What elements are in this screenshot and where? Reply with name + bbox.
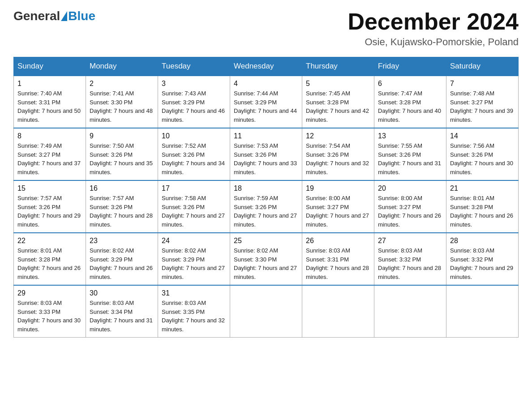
- calendar-cell: 2 Sunrise: 7:41 AMSunset: 3:30 PMDayligh…: [86, 76, 158, 128]
- col-header-sunday: Sunday: [14, 57, 86, 76]
- day-number: 9: [90, 132, 154, 140]
- day-number: 22: [17, 237, 82, 245]
- calendar-cell: 21 Sunrise: 8:01 AMSunset: 3:28 PMDaylig…: [446, 180, 519, 233]
- day-info: Sunrise: 7:54 AMSunset: 3:26 PMDaylight:…: [306, 142, 369, 176]
- day-info: Sunrise: 7:47 AMSunset: 3:28 PMDaylight:…: [378, 90, 441, 123]
- calendar-cell: 26 Sunrise: 8:03 AMSunset: 3:31 PMDaylig…: [302, 233, 374, 285]
- day-info: Sunrise: 7:58 AMSunset: 3:26 PMDaylight:…: [162, 195, 225, 228]
- calendar-cell: 16 Sunrise: 7:57 AMSunset: 3:26 PMDaylig…: [86, 180, 158, 233]
- calendar-cell: 7 Sunrise: 7:48 AMSunset: 3:27 PMDayligh…: [446, 76, 519, 128]
- logo-blue-text: Blue: [68, 9, 95, 23]
- day-info: Sunrise: 7:55 AMSunset: 3:26 PMDaylight:…: [378, 142, 441, 176]
- col-header-thursday: Thursday: [302, 57, 374, 76]
- day-info: Sunrise: 8:00 AMSunset: 3:27 PMDaylight:…: [306, 195, 369, 228]
- calendar-cell: [446, 285, 519, 338]
- calendar-table: Sunday Monday Tuesday Wednesday Thursday…: [13, 57, 519, 338]
- day-info: Sunrise: 7:56 AMSunset: 3:26 PMDaylight:…: [450, 142, 513, 176]
- day-number: 29: [17, 289, 82, 297]
- location-subtitle: Osie, Kujawsko-Pomorskie, Poland: [348, 36, 519, 48]
- day-number: 14: [450, 132, 515, 140]
- col-header-monday: Monday: [86, 57, 158, 76]
- calendar-cell: 14 Sunrise: 7:56 AMSunset: 3:26 PMDaylig…: [446, 128, 519, 180]
- day-info: Sunrise: 8:00 AMSunset: 3:27 PMDaylight:…: [378, 195, 441, 228]
- day-number: 25: [234, 237, 298, 245]
- day-info: Sunrise: 8:03 AMSunset: 3:35 PMDaylight:…: [162, 300, 225, 333]
- day-number: 1: [17, 80, 82, 88]
- day-number: 28: [450, 237, 515, 245]
- day-info: Sunrise: 8:02 AMSunset: 3:30 PMDaylight:…: [234, 247, 297, 280]
- calendar-cell: 3 Sunrise: 7:43 AMSunset: 3:29 PMDayligh…: [158, 76, 230, 128]
- calendar-cell: 28 Sunrise: 8:03 AMSunset: 3:32 PMDaylig…: [446, 233, 519, 285]
- calendar-week-1: 1 Sunrise: 7:40 AMSunset: 3:31 PMDayligh…: [14, 76, 519, 128]
- calendar-cell: 25 Sunrise: 8:02 AMSunset: 3:30 PMDaylig…: [230, 233, 302, 285]
- day-number: 15: [17, 184, 82, 193]
- day-info: Sunrise: 8:03 AMSunset: 3:31 PMDaylight:…: [306, 247, 369, 280]
- day-number: 13: [378, 132, 442, 140]
- day-info: Sunrise: 8:02 AMSunset: 3:29 PMDaylight:…: [90, 247, 153, 280]
- col-header-saturday: Saturday: [446, 57, 519, 76]
- calendar-cell: 27 Sunrise: 8:03 AMSunset: 3:32 PMDaylig…: [374, 233, 446, 285]
- day-info: Sunrise: 7:59 AMSunset: 3:26 PMDaylight:…: [234, 195, 297, 228]
- day-info: Sunrise: 8:02 AMSunset: 3:29 PMDaylight:…: [162, 247, 225, 280]
- title-section: December 2024 Osie, Kujawsko-Pomorskie, …: [348, 9, 519, 48]
- day-number: 12: [306, 132, 370, 140]
- calendar-cell: 20 Sunrise: 8:00 AMSunset: 3:27 PMDaylig…: [374, 180, 446, 233]
- logo: General Blue: [13, 9, 95, 23]
- day-number: 3: [162, 80, 226, 88]
- day-number: 10: [162, 132, 226, 140]
- calendar-cell: 6 Sunrise: 7:47 AMSunset: 3:28 PMDayligh…: [374, 76, 446, 128]
- day-info: Sunrise: 8:03 AMSunset: 3:32 PMDaylight:…: [378, 247, 441, 280]
- calendar-week-2: 8 Sunrise: 7:49 AMSunset: 3:27 PMDayligh…: [14, 128, 519, 180]
- calendar-cell: 10 Sunrise: 7:52 AMSunset: 3:26 PMDaylig…: [158, 128, 230, 180]
- calendar-cell: 9 Sunrise: 7:50 AMSunset: 3:26 PMDayligh…: [86, 128, 158, 180]
- day-number: 27: [378, 237, 442, 245]
- day-info: Sunrise: 7:50 AMSunset: 3:26 PMDaylight:…: [90, 142, 153, 176]
- day-info: Sunrise: 7:49 AMSunset: 3:27 PMDaylight:…: [17, 142, 81, 176]
- logo-triangle-icon: [61, 11, 67, 21]
- day-info: Sunrise: 7:43 AMSunset: 3:29 PMDaylight:…: [162, 90, 225, 123]
- calendar-cell: 22 Sunrise: 8:01 AMSunset: 3:28 PMDaylig…: [14, 233, 86, 285]
- month-year-title: December 2024: [348, 9, 519, 34]
- day-number: 30: [90, 289, 154, 297]
- col-header-friday: Friday: [374, 57, 446, 76]
- day-number: 5: [306, 80, 370, 88]
- calendar-cell: 1 Sunrise: 7:40 AMSunset: 3:31 PMDayligh…: [14, 76, 86, 128]
- calendar-cell: 30 Sunrise: 8:03 AMSunset: 3:34 PMDaylig…: [86, 285, 158, 338]
- calendar-cell: 12 Sunrise: 7:54 AMSunset: 3:26 PMDaylig…: [302, 128, 374, 180]
- day-number: 31: [162, 289, 226, 297]
- calendar-cell: 8 Sunrise: 7:49 AMSunset: 3:27 PMDayligh…: [14, 128, 86, 180]
- calendar-cell: 18 Sunrise: 7:59 AMSunset: 3:26 PMDaylig…: [230, 180, 302, 233]
- calendar-cell: [374, 285, 446, 338]
- calendar-cell: 5 Sunrise: 7:45 AMSunset: 3:28 PMDayligh…: [302, 76, 374, 128]
- day-info: Sunrise: 8:01 AMSunset: 3:28 PMDaylight:…: [450, 195, 513, 228]
- day-number: 11: [234, 132, 298, 140]
- day-number: 6: [378, 80, 442, 88]
- calendar-cell: 29 Sunrise: 8:03 AMSunset: 3:33 PMDaylig…: [14, 285, 86, 338]
- day-info: Sunrise: 7:53 AMSunset: 3:26 PMDaylight:…: [234, 142, 297, 176]
- day-info: Sunrise: 8:01 AMSunset: 3:28 PMDaylight:…: [17, 247, 81, 280]
- calendar-week-3: 15 Sunrise: 7:57 AMSunset: 3:26 PMDaylig…: [14, 180, 519, 233]
- calendar-cell: 19 Sunrise: 8:00 AMSunset: 3:27 PMDaylig…: [302, 180, 374, 233]
- calendar-cell: [230, 285, 302, 338]
- day-number: 2: [90, 80, 154, 88]
- calendar-cell: 23 Sunrise: 8:02 AMSunset: 3:29 PMDaylig…: [86, 233, 158, 285]
- day-info: Sunrise: 7:57 AMSunset: 3:26 PMDaylight:…: [90, 195, 153, 228]
- calendar-cell: 13 Sunrise: 7:55 AMSunset: 3:26 PMDaylig…: [374, 128, 446, 180]
- calendar-cell: 11 Sunrise: 7:53 AMSunset: 3:26 PMDaylig…: [230, 128, 302, 180]
- day-number: 7: [450, 80, 515, 88]
- col-header-tuesday: Tuesday: [158, 57, 230, 76]
- calendar-cell: 4 Sunrise: 7:44 AMSunset: 3:29 PMDayligh…: [230, 76, 302, 128]
- calendar-week-4: 22 Sunrise: 8:01 AMSunset: 3:28 PMDaylig…: [14, 233, 519, 285]
- logo-general-text: General: [13, 9, 60, 23]
- calendar-cell: 17 Sunrise: 7:58 AMSunset: 3:26 PMDaylig…: [158, 180, 230, 233]
- calendar-cell: 31 Sunrise: 8:03 AMSunset: 3:35 PMDaylig…: [158, 285, 230, 338]
- day-number: 20: [378, 184, 442, 193]
- day-number: 16: [90, 184, 154, 193]
- day-number: 19: [306, 184, 370, 193]
- day-info: Sunrise: 7:41 AMSunset: 3:30 PMDaylight:…: [90, 90, 153, 123]
- page-header: General Blue December 2024 Osie, Kujawsk…: [13, 9, 519, 48]
- calendar-cell: 24 Sunrise: 8:02 AMSunset: 3:29 PMDaylig…: [158, 233, 230, 285]
- day-info: Sunrise: 8:03 AMSunset: 3:33 PMDaylight:…: [17, 300, 81, 333]
- day-info: Sunrise: 7:52 AMSunset: 3:26 PMDaylight:…: [162, 142, 225, 176]
- day-number: 24: [162, 237, 226, 245]
